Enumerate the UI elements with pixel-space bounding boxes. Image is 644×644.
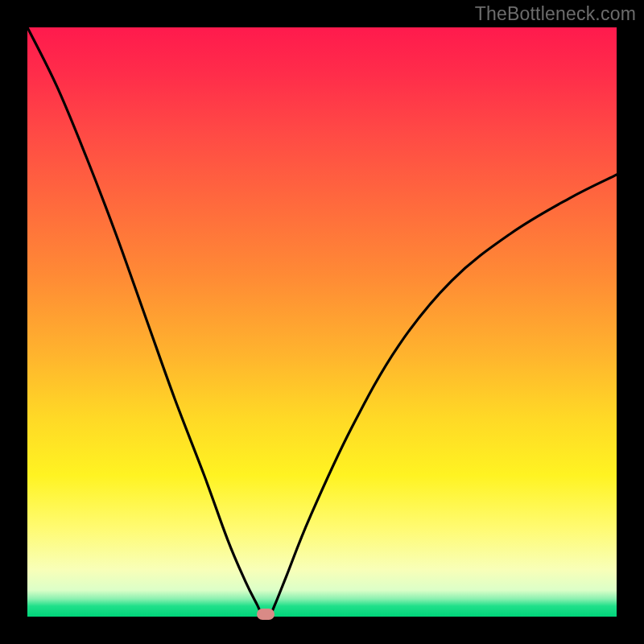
bottleneck-curve xyxy=(27,27,617,617)
minimum-marker xyxy=(257,609,275,620)
plot-area xyxy=(27,27,617,617)
chart-frame: TheBottleneck.com xyxy=(0,0,644,644)
watermark-text: TheBottleneck.com xyxy=(475,3,636,25)
